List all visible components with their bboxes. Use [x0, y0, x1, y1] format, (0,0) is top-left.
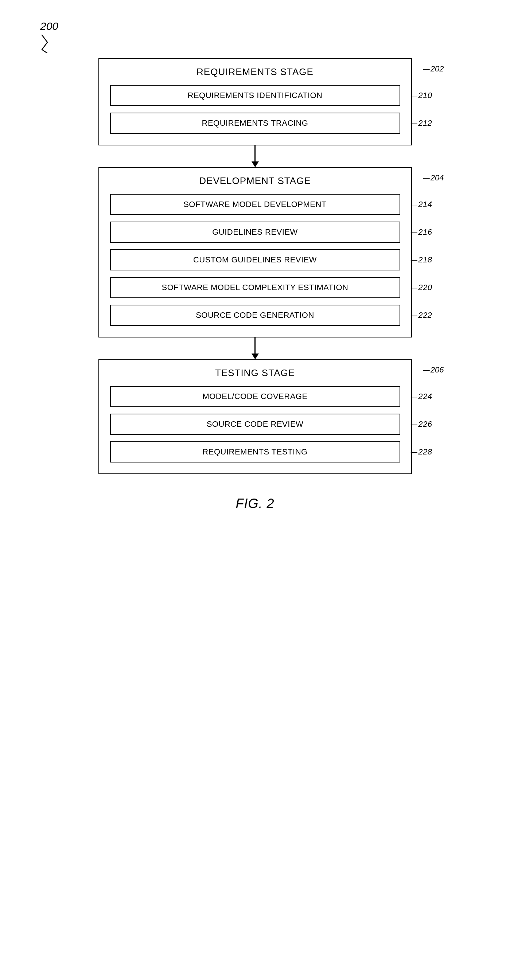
software-model-complexity-box: SOFTWARE MODEL COMPLEXITY ESTIMATION 220 — [110, 277, 400, 298]
requirements-tracing-ref: 212 — [411, 118, 432, 128]
guidelines-review-box: GUIDELINES REVIEW 216 — [110, 221, 400, 243]
requirements-testing-label: REQUIREMENTS TESTING — [202, 447, 307, 456]
requirements-testing-ref: 228 — [411, 447, 432, 457]
testing-stage-ref: 206 — [423, 365, 444, 375]
page-container: 200 202 REQUIREMENTS STAGE REQUIREMENTS … — [0, 0, 510, 980]
source-code-review-label: SOURCE CODE REVIEW — [207, 420, 304, 429]
testing-stage-box: 206 TESTING STAGE MODEL/CODE COVERAGE 22… — [99, 360, 412, 474]
development-stage-ref: 204 — [423, 173, 444, 183]
requirements-identification-ref: 210 — [411, 91, 432, 100]
development-stage-title: DEVELOPMENT STAGE — [110, 175, 400, 186]
requirements-tracing-box: REQUIREMENTS TRACING 212 — [110, 113, 400, 134]
software-model-development-box: SOFTWARE MODEL DEVELOPMENT 214 — [110, 194, 400, 215]
source-code-review-box: SOURCE CODE REVIEW 226 — [110, 414, 400, 435]
arrow-head-1 — [252, 161, 259, 167]
arrow-line-2 — [255, 337, 255, 353]
software-model-development-ref: 214 — [411, 200, 432, 209]
model-code-coverage-box: MODEL/CODE COVERAGE 224 — [110, 386, 400, 407]
arrow-1 — [252, 145, 259, 167]
guidelines-review-label: GUIDELINES REVIEW — [212, 228, 298, 237]
software-model-complexity-label: SOFTWARE MODEL COMPLEXITY ESTIMATION — [162, 283, 349, 292]
requirements-stage-ref: 202 — [423, 64, 444, 74]
requirements-stage-title: REQUIREMENTS STAGE — [110, 66, 400, 78]
model-code-coverage-ref: 224 — [411, 392, 432, 401]
requirements-stage-box: 202 REQUIREMENTS STAGE REQUIREMENTS IDEN… — [99, 58, 412, 145]
software-model-complexity-ref: 220 — [411, 283, 432, 292]
source-code-review-ref: 226 — [411, 420, 432, 429]
diagram-area: 202 REQUIREMENTS STAGE REQUIREMENTS IDEN… — [91, 58, 419, 511]
source-code-generation-label: SOURCE CODE GENERATION — [196, 310, 314, 320]
requirements-identification-label: REQUIREMENTS IDENTIFICATION — [188, 91, 323, 100]
arrow-head-2 — [252, 353, 259, 360]
diagram-main-label: 200 — [40, 20, 65, 53]
requirements-tracing-label: REQUIREMENTS TRACING — [202, 118, 308, 127]
fig-caption: FIG. 2 — [236, 496, 274, 511]
guidelines-review-ref: 216 — [411, 228, 432, 237]
source-code-generation-box: SOURCE CODE GENERATION 222 — [110, 305, 400, 326]
requirements-testing-box: REQUIREMENTS TESTING 228 — [110, 441, 400, 463]
main-label-text: 200 — [40, 20, 65, 32]
arrow-line-1 — [255, 145, 255, 161]
software-model-development-label: SOFTWARE MODEL DEVELOPMENT — [183, 200, 327, 209]
arrow-2 — [252, 337, 259, 360]
development-stage-box: 204 DEVELOPMENT STAGE SOFTWARE MODEL DEV… — [99, 167, 412, 337]
custom-guidelines-review-box: CUSTOM GUIDELINES REVIEW 218 — [110, 249, 400, 270]
custom-guidelines-review-label: CUSTOM GUIDELINES REVIEW — [193, 255, 317, 264]
custom-guidelines-review-ref: 218 — [411, 255, 432, 264]
testing-stage-title: TESTING STAGE — [110, 368, 400, 379]
model-code-coverage-label: MODEL/CODE COVERAGE — [202, 392, 307, 401]
requirements-identification-box: REQUIREMENTS IDENTIFICATION 210 — [110, 85, 400, 106]
source-code-generation-ref: 222 — [411, 310, 432, 320]
zigzag-line — [40, 33, 65, 53]
